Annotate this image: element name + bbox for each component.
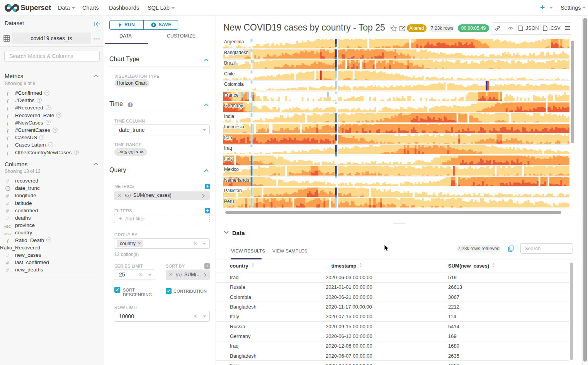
svg-text:Brazil: Brazil (224, 60, 236, 66)
svg-text:India: India (224, 114, 234, 119)
svg-text:Iraq: Iraq (224, 145, 232, 151)
svg-text:Netherlands: Netherlands (224, 177, 249, 183)
svg-text:Bangladesh: Bangladesh (224, 50, 248, 55)
svg-text:Pakistan: Pakistan (224, 188, 242, 193)
svg-text:Peru: Peru (224, 199, 234, 204)
svg-text:Iran: Iran (224, 135, 232, 140)
svg-text:Mexico: Mexico (224, 167, 239, 172)
svg-text:Indonesia: Indonesia (224, 124, 244, 130)
svg-text:Colombia: Colombia (224, 82, 244, 87)
svg-text:Chile: Chile (224, 71, 235, 77)
svg-text:Argentina: Argentina (224, 39, 244, 44)
svg-text:France: France (224, 92, 239, 98)
svg-text:Germany: Germany (224, 103, 243, 108)
svg-text:Italy: Italy (224, 156, 233, 162)
